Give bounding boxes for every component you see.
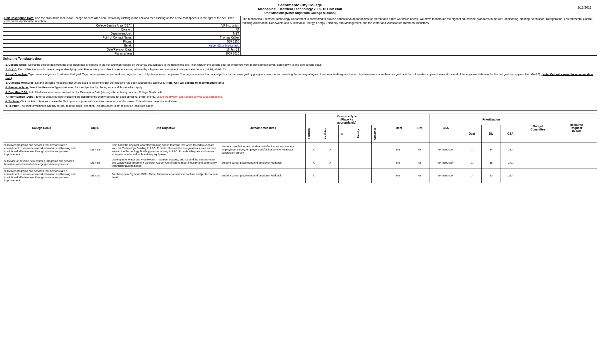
th-pri-csa-label: CSA [507, 132, 513, 135]
th-budget-committee: BudgetCommittee [520, 114, 556, 142]
cell-dept-0: MET [388, 142, 410, 157]
email-value: kalbert@scc.losrios.edu [134, 44, 241, 47]
csa-label: College Service Area (CSA): [3, 24, 134, 27]
dept-value: MET [134, 32, 241, 35]
th-pri-dept: Dept [462, 125, 481, 142]
contact-row: Point of Contact Name: Thomas Kalber [3, 36, 240, 40]
th-prioritization: Prioritization [462, 114, 520, 125]
th-div: Div [410, 114, 429, 142]
th-financial: Financial [305, 125, 322, 142]
instruction-5: 5. Resource Type: Select the Resource Ty… [5, 85, 595, 89]
cell-budget-1 [520, 157, 556, 168]
main-table: College Goals Obj ID Unit Objective Outc… [3, 114, 597, 183]
instr7-label: 7. Prioritization (Dept.): [5, 95, 35, 98]
division-row: Division: AT [3, 28, 240, 32]
table-body: 9. Deliver programs and services that de… [3, 142, 597, 183]
cell-faculty-2 [355, 168, 372, 183]
th-resource-result: ResourceRequestResult [556, 114, 597, 142]
dept-row: Department/Unit: MET [3, 32, 240, 36]
mission-label: Unit Mission: (Note: Align with College … [3, 11, 597, 15]
instruction-8: 8. To Save: Click on File > Save As to s… [5, 99, 595, 103]
cell-csa-2: VP Instruction [429, 168, 462, 183]
mission-text: The Mechanical-Electrical Technology Dep… [242, 17, 593, 25]
planning-value: 2009-2010 [134, 52, 241, 55]
cell-facilities-0: X [322, 142, 339, 157]
email-link[interactable]: kalbert@scc.losrios.edu [209, 44, 239, 47]
th-div-label: Div [417, 126, 422, 130]
school-name: Sacramento City College [3, 3, 597, 7]
cell-csa-0: VP Instruction [429, 142, 462, 157]
program-name: Mechanical-Electrical Technology 2009-10… [3, 7, 597, 11]
th-financial-label: Financial [307, 127, 311, 140]
instructions-section: 1. College Goals: Select the college goa… [3, 61, 597, 111]
th-it-label: IT [340, 131, 344, 136]
instr1-text: Select the college goal from the drop do… [28, 63, 322, 66]
th-pri-csa: CSA [501, 125, 520, 142]
instr1-label: 1. College Goals: [5, 63, 27, 66]
cell-it-0 [339, 142, 355, 157]
instr6-label: 6. Dept./Div./CSA: [5, 91, 28, 94]
cell-obj-id-1: MET 1b [80, 157, 110, 168]
cell-it-2 [339, 168, 355, 183]
cell-it-1 [339, 157, 355, 168]
email-row: Email: kalbert@scc.losrios.edu [3, 44, 240, 48]
cell-div-0: AT [410, 142, 429, 157]
table-row: 9. Deliver programs and services that de… [3, 142, 597, 157]
cell-financial-1: X [305, 157, 322, 168]
unit-description-label: Unit Description Data: [4, 17, 34, 20]
instr4-text: List the outcome measures that will be u… [35, 81, 165, 84]
cell-outcome-2: Student career placement and employer fe… [220, 168, 305, 183]
phone-label: Phone: [3, 40, 134, 43]
mission-text-area: The Mechanical-Electrical Technology Dep… [241, 16, 597, 55]
division-value: AT [134, 28, 241, 31]
cell-pri-div-2: 33 [481, 168, 501, 183]
instr2-text: Each Objective should have a unique iden… [18, 68, 227, 71]
table-row: 5. Revise or develop new courses, progra… [3, 157, 597, 168]
instr4-label: 4. Outcome Measures: [5, 81, 34, 84]
description-title: Unit Description Data: Use the drop-down… [3, 16, 240, 23]
cell-dept-1: MET [388, 157, 410, 168]
cell-outcome-0: Student completion rate, student satisfa… [220, 142, 305, 157]
th-unit-obj-label: Unit Objective [156, 126, 175, 130]
instruction-9: 9. To Print: The print formatting is alr… [5, 104, 595, 108]
th-csa-label: CSA [443, 126, 449, 130]
cell-unit-obj-1: Develop new Water and Wastewater Treatme… [110, 157, 220, 168]
cell-resource-result-0 [556, 142, 597, 157]
cell-pri-dept-0: 1 [462, 142, 481, 157]
csa-row: College Service Area (CSA): VP Instructi… [3, 24, 240, 28]
planning-label: Planning Year [3, 52, 134, 55]
cell-college-goals-2: 9. Deliver programs and services that de… [3, 168, 80, 183]
th-faculty-label: Faculty [356, 128, 360, 139]
date-label-field: Date/Revision Date: [3, 48, 134, 51]
cell-financial-2: X [305, 168, 322, 183]
cell-college-goals-1: 5. Revise or develop new courses, progra… [3, 157, 80, 168]
instr8-text: Click on File > Save As to save the file… [20, 100, 178, 103]
cell-college-goals-0: 9. Deliver programs and services that de… [3, 142, 80, 157]
instr7-text: Enter a unique number indicating the dep… [36, 95, 157, 98]
date-value: 18-Jan-11 [134, 48, 241, 51]
phone-value: 558-2250 [134, 40, 241, 43]
th-faculty: Faculty [355, 125, 372, 142]
cell-unit-obj-0: Gain back the physical laboratory traini… [110, 142, 220, 157]
instr5-label: 5. Resource Type: [5, 86, 29, 89]
cell-budget-0 [520, 142, 556, 157]
instruction-2: 2. Obj ID: Each Objective should have a … [5, 67, 595, 71]
cell-resource-result-1 [556, 157, 597, 168]
instr2-label: 2. Obj ID: [5, 68, 17, 71]
cell-faculty-1 [355, 157, 372, 168]
instruction-7: 7. Prioritization (Dept.): Enter a uniqu… [5, 95, 595, 99]
cell-pri-dept-2: 3 [462, 168, 481, 183]
cell-div-1: AT [410, 157, 429, 168]
th-dept-label: Dept [396, 126, 402, 130]
cell-div-2: AT [410, 168, 429, 183]
th-csa: CSA [429, 114, 462, 142]
cell-classified-1 [371, 157, 388, 168]
cell-pri-csa-1: 141 [501, 157, 520, 168]
page-header: Sacramento City College Mechanical-Elect… [3, 3, 597, 15]
instr9-label: 9. To Print: [5, 104, 19, 107]
contact-value: Thomas Kalber [134, 36, 241, 39]
cell-pri-csa-2: 253 [501, 168, 520, 183]
th-unit-objective: Unit Objective [110, 114, 220, 142]
phone-row: Phone: 558-2250 [3, 40, 240, 44]
cell-faculty-0 [355, 142, 372, 157]
